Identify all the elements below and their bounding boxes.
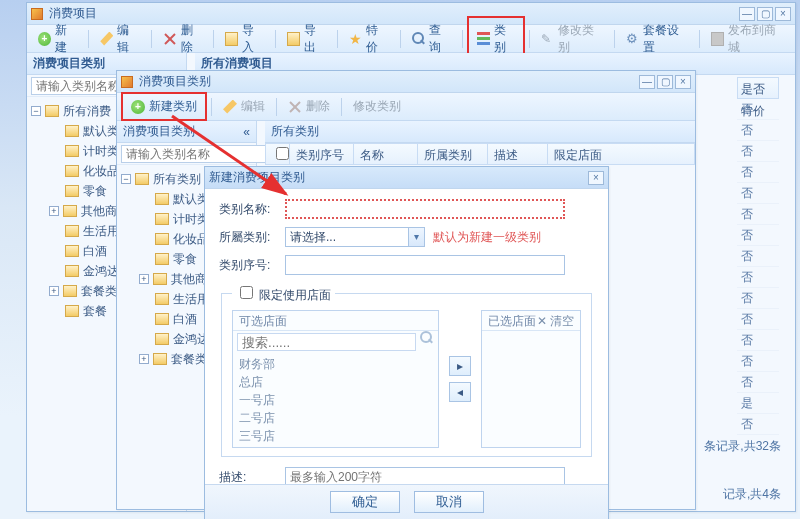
chk-limit[interactable] xyxy=(240,286,253,299)
bg-cell: 否 xyxy=(737,372,779,393)
tree-label: 生活用 xyxy=(83,223,119,240)
plus-icon xyxy=(38,32,51,46)
lbl-parent: 所屬类别: xyxy=(219,229,285,246)
tree-toggle[interactable]: + xyxy=(49,286,59,296)
tree-toggle[interactable]: + xyxy=(49,206,59,216)
lbl-name: 类别名称: xyxy=(219,201,285,218)
avail-title: 可选店面 xyxy=(233,311,438,331)
store-item[interactable]: 总店 xyxy=(239,373,432,391)
move-right-btn[interactable]: ▸ xyxy=(449,356,471,376)
win3-titlebar: 新建消费项目类别 × xyxy=(205,167,608,189)
highlight-newcat-button: 新建类别 xyxy=(121,92,207,121)
folder-icon xyxy=(155,213,169,225)
select-all-checkbox[interactable] xyxy=(276,147,289,160)
bg-cell: 是 xyxy=(737,393,779,414)
folder-icon xyxy=(65,165,79,177)
store-items: 财务部总店一号店二号店三号店 xyxy=(233,353,438,447)
bg-column: 是否特价 否否否否否否否否否否否否否否是否 xyxy=(737,77,779,435)
search-icon[interactable] xyxy=(420,331,434,353)
folder-icon xyxy=(65,145,79,157)
col-header[interactable]: 所属类别 xyxy=(417,144,487,164)
win2-title: 消费项目类别 xyxy=(139,73,211,90)
win2-side-title: 消费项目类别 « xyxy=(117,121,256,143)
folder-icon xyxy=(63,205,77,217)
bg-col-header: 是否特价 xyxy=(737,77,779,99)
chevron-down-icon[interactable]: ▾ xyxy=(408,228,424,246)
tree-label: 金鸿达 xyxy=(83,263,119,280)
parent-note: 默认为新建一级类别 xyxy=(433,229,541,246)
folder-icon xyxy=(153,273,167,285)
tree-toggle[interactable]: + xyxy=(139,354,149,364)
bg-cell: 否 xyxy=(737,246,779,267)
win3-title: 新建消费项目类别 xyxy=(209,169,305,186)
win3-close[interactable]: × xyxy=(588,171,604,185)
input-name[interactable] xyxy=(285,199,565,219)
win2-toolbar: 新建类别 编辑 删除 修改类别 xyxy=(117,93,695,121)
tree-label: 套餐 xyxy=(83,303,107,320)
folder-icon xyxy=(65,225,79,237)
tree-label: 其他商 xyxy=(81,203,117,220)
move-left-btn[interactable]: ◂ xyxy=(449,382,471,402)
folder-icon xyxy=(63,285,77,297)
store-item[interactable]: 财务部 xyxy=(239,355,432,373)
cancel-button[interactable]: 取消 xyxy=(414,491,484,513)
folder-icon xyxy=(155,233,169,245)
input-desc[interactable] xyxy=(285,467,565,484)
store-item[interactable]: 一号店 xyxy=(239,391,432,409)
mall-icon xyxy=(711,32,724,46)
ok-button[interactable]: 确定 xyxy=(330,491,400,513)
bg-cell: 否 xyxy=(737,351,779,372)
parent-input[interactable] xyxy=(285,227,425,247)
tree-toggle[interactable]: − xyxy=(31,106,41,116)
tree-label: 化妆品 xyxy=(83,163,119,180)
search-icon xyxy=(412,32,425,46)
bg-cell: 否 xyxy=(737,120,779,141)
win2-right: 所有类别 类别序号名称所属类别描述限定店面 xyxy=(265,121,695,165)
tree-toggle[interactable]: − xyxy=(121,174,131,184)
tree-toggle[interactable]: + xyxy=(139,274,149,284)
folder-out-icon xyxy=(287,32,300,46)
lbl-desc: 描述: xyxy=(219,469,285,485)
win2-right-title: 所有类别 xyxy=(265,121,695,143)
tree-label: 零食 xyxy=(83,183,107,200)
col-header[interactable]: 限定店面 xyxy=(547,144,627,164)
bg-cell: 否 xyxy=(737,309,779,330)
win2-filter-input[interactable] xyxy=(121,145,281,163)
bg-cell: 否 xyxy=(737,330,779,351)
win2-icon xyxy=(121,76,133,88)
tree-label: 白酒 xyxy=(173,311,197,328)
win2-titlebar: 消费项目类别 — ▢ × xyxy=(117,71,695,93)
dialog-button-bar: 确定 取消 xyxy=(205,484,608,519)
plus-icon xyxy=(131,100,145,114)
clear-btn[interactable]: ✕ 清空 xyxy=(537,311,574,330)
delete-icon xyxy=(163,32,177,46)
bg-cell: 否 xyxy=(737,288,779,309)
win2-min[interactable]: — xyxy=(639,75,655,89)
bg-cell: 否 xyxy=(737,414,779,435)
store-search[interactable] xyxy=(237,333,416,351)
tree-label: 零食 xyxy=(173,251,197,268)
col-header[interactable]: 类别序号 xyxy=(289,144,353,164)
win2-max[interactable]: ▢ xyxy=(657,75,673,89)
parent-select[interactable]: ▾ xyxy=(285,227,425,247)
input-seq[interactable] xyxy=(285,255,565,275)
tree-label: 套餐类 xyxy=(81,283,117,300)
folder-icon xyxy=(155,253,169,265)
bg-cell: 否 xyxy=(737,267,779,288)
selected-stores: 已选店面 ✕ 清空 xyxy=(481,310,581,448)
pencil-icon xyxy=(223,100,237,114)
pager-2: 记录,共4条 xyxy=(723,486,781,503)
col-header[interactable] xyxy=(265,144,289,164)
store-item[interactable]: 二号店 xyxy=(239,409,432,427)
folder-icon xyxy=(155,193,169,205)
available-stores: 可选店面 财务部总店一号店二号店三号店 xyxy=(232,310,439,448)
store-item[interactable]: 三号店 xyxy=(239,427,432,445)
folder-icon xyxy=(65,265,79,277)
col-header[interactable]: 描述 xyxy=(487,144,547,164)
folder-icon xyxy=(65,185,79,197)
col-header[interactable]: 名称 xyxy=(353,144,417,164)
limit-legend: 限定使用店面 xyxy=(232,283,335,304)
win2-side-collapse[interactable]: « xyxy=(243,125,250,139)
tb2-newcat[interactable]: 新建类别 xyxy=(124,95,204,118)
win2-close[interactable]: × xyxy=(675,75,691,89)
